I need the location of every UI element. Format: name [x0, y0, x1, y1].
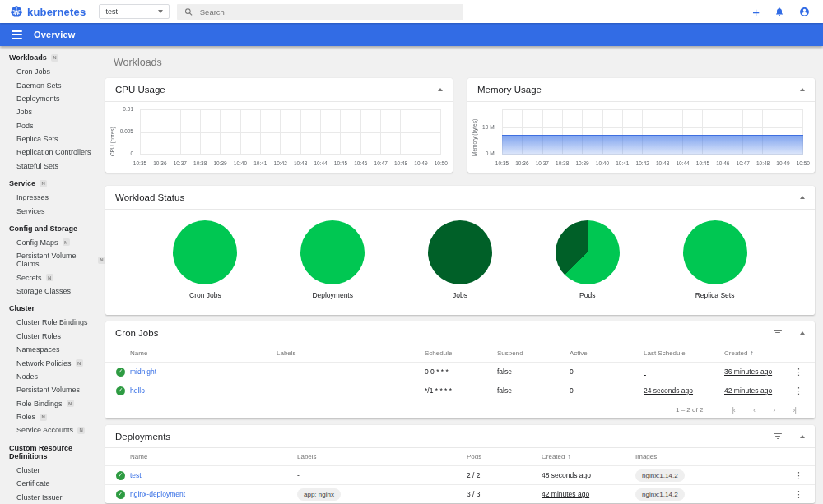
- sidebar-item-persistent-volumes[interactable]: Persistent Volumes: [0, 383, 105, 396]
- cron-jobs-title: Cron Jobs: [115, 328, 772, 338]
- search-input[interactable]: [200, 7, 457, 16]
- pagination-next-icon[interactable]: ›: [764, 405, 783, 414]
- sidebar-item-stateful-sets[interactable]: Stateful Sets: [0, 160, 105, 173]
- row-menu-button[interactable]: ⋮: [791, 386, 807, 395]
- gridline: [280, 109, 281, 155]
- filter-icon[interactable]: [772, 432, 783, 442]
- namespaced-badge: N: [46, 274, 53, 281]
- table-row: ✓midnight-0 0 * * *false0-36 minutes ago…: [105, 362, 815, 381]
- sidebar-item-replication-controllers[interactable]: Replication Controllers: [0, 146, 105, 159]
- sidebar-section-config-and-storage[interactable]: Config and Storage: [0, 218, 105, 236]
- row-menu-button[interactable]: ⋮: [791, 367, 807, 377]
- sidebar-item-namespaces[interactable]: Namespaces: [0, 343, 105, 356]
- column-header-schedule[interactable]: Schedule: [425, 349, 497, 357]
- sidebar-item-network-policies[interactable]: Network PoliciesN: [0, 356, 105, 369]
- cron-job-link[interactable]: hello: [130, 386, 145, 395]
- sidebar-item-role-bindings[interactable]: Role BindingsN: [0, 397, 105, 410]
- collapse-icon[interactable]: [800, 196, 805, 199]
- pagination-first-icon[interactable]: |‹: [723, 405, 744, 414]
- column-header-created[interactable]: Created↑: [724, 349, 785, 357]
- sidebar-item-replica-sets[interactable]: Replica Sets: [0, 132, 105, 146]
- sidebar-item-jobs[interactable]: Jobs: [0, 105, 105, 118]
- sidebar-item-cluster[interactable]: Cluster: [0, 464, 105, 477]
- gridline: [300, 109, 301, 155]
- labels-cell: -: [277, 368, 425, 376]
- sidebar-item-persistent-volume-claims[interactable]: Persistent Volume ClaimsN: [0, 249, 105, 270]
- sidebar-item-label: Ingresses: [16, 193, 49, 201]
- plot-area: [502, 109, 803, 155]
- sidebar-item-config-maps[interactable]: Config MapsN: [0, 236, 105, 249]
- row-menu-button[interactable]: ⋮: [791, 489, 807, 499]
- collapse-icon[interactable]: [438, 88, 443, 91]
- column-header-images[interactable]: Images: [635, 453, 785, 460]
- sidebar-item-pods[interactable]: Pods: [0, 119, 105, 132]
- workload-pie-deployments: Deployments: [300, 220, 365, 299]
- search-bar[interactable]: [177, 4, 463, 20]
- sidebar-item-roles[interactable]: RolesN: [0, 410, 105, 423]
- app-header: kubernetes test +: [0, 0, 823, 23]
- menu-icon[interactable]: [12, 28, 22, 41]
- filter-icon[interactable]: [772, 328, 783, 338]
- deployments-table-header: Name Labels Pods Created↑ Images: [105, 448, 815, 465]
- sidebar-item-ingresses[interactable]: Ingresses: [0, 191, 105, 204]
- create-resource-button[interactable]: +: [752, 6, 760, 18]
- deployment-link[interactable]: test: [130, 471, 142, 479]
- collapse-icon[interactable]: [800, 435, 805, 438]
- sidebar-item-storage-classes[interactable]: Storage Classes: [0, 284, 105, 298]
- sidebar-item-service-accounts[interactable]: Service AccountsN: [0, 423, 105, 437]
- column-header-name[interactable]: Name: [130, 453, 297, 460]
- sidebar-section-workloads[interactable]: WorkloadsN: [0, 47, 105, 65]
- app-logo[interactable]: kubernetes: [0, 5, 99, 18]
- sidebar-section-service[interactable]: ServiceN: [0, 173, 105, 191]
- user-account-icon[interactable]: [799, 7, 810, 17]
- column-header-last-schedule[interactable]: Last Schedule: [644, 349, 724, 357]
- namespace-selector[interactable]: test: [99, 4, 170, 19]
- y-tick: 0.01: [105, 106, 133, 112]
- sidebar-item-daemon-sets[interactable]: Daemon Sets: [0, 78, 105, 91]
- column-header-created[interactable]: Created↑: [542, 453, 635, 460]
- workload-pie-cron-jobs: Cron Jobs: [173, 220, 237, 299]
- sidebar-item-label: Cron Jobs: [16, 67, 50, 76]
- sidebar-item-deployments[interactable]: Deployments: [0, 92, 105, 105]
- namespaced-badge: N: [40, 414, 47, 421]
- row-menu-button[interactable]: ⋮: [791, 470, 807, 480]
- column-header-pods[interactable]: Pods: [467, 453, 542, 460]
- pagination-prev-icon[interactable]: ‹: [744, 405, 764, 414]
- sidebar-item-cluster-roles[interactable]: Cluster Roles: [0, 330, 105, 343]
- pagination-last-icon[interactable]: ›|: [783, 405, 805, 414]
- gridline: [320, 109, 321, 155]
- sidebar-item-cron-jobs[interactable]: Cron Jobs: [0, 65, 105, 78]
- sidebar-item-services[interactable]: Services: [0, 204, 105, 217]
- sidebar-item-nodes[interactable]: Nodes: [0, 370, 105, 383]
- sidebar-section-cluster[interactable]: Cluster: [0, 298, 105, 316]
- namespace-selected-value: test: [105, 7, 118, 16]
- notifications-bell-icon[interactable]: [774, 7, 784, 16]
- column-header-active[interactable]: Active: [570, 349, 644, 357]
- sidebar-item-secrets[interactable]: SecretsN: [0, 271, 105, 284]
- sidebar-item-label: Network Policies: [16, 359, 72, 368]
- gridline: [260, 109, 261, 155]
- cron-job-link[interactable]: midnight: [130, 368, 156, 376]
- sidebar-item-cluster-issuer[interactable]: Cluster Issuer: [0, 490, 105, 503]
- y-axis-label: Memory (bytes): [472, 109, 477, 156]
- column-header-labels[interactable]: Labels: [297, 453, 467, 460]
- header-actions: +: [752, 6, 823, 18]
- pie-chart: [683, 220, 747, 284]
- search-icon: [184, 7, 193, 16]
- main-content: Workloads CPU Usage CPU (cores) 0.01 0.0…: [105, 46, 815, 504]
- kubernetes-logo-icon: [10, 5, 23, 18]
- sidebar-item-label: Config Maps: [16, 238, 58, 247]
- sidebar-item-cluster-role-bindings[interactable]: Cluster Role Bindings: [0, 316, 105, 329]
- sidebar-item-certificate[interactable]: Certificate: [0, 477, 105, 490]
- column-header-suspend[interactable]: Suspend: [497, 349, 570, 357]
- memory-usage-card: Memory Usage Memory (bytes) 10 Mi 0 Mi 1…: [467, 78, 815, 173]
- sidebar-section-custom-resource-definitions[interactable]: Custom Resource Definitions: [0, 437, 105, 464]
- collapse-icon[interactable]: [800, 88, 805, 91]
- status-ok-icon: ✓: [116, 471, 125, 480]
- sidebar-item-label: Cluster Issuer: [16, 493, 63, 502]
- collapse-icon[interactable]: [800, 331, 805, 335]
- column-header-name[interactable]: Name: [130, 349, 277, 357]
- namespaced-badge: N: [76, 359, 83, 367]
- deployment-link[interactable]: nginx-deployment: [130, 490, 185, 498]
- column-header-labels[interactable]: Labels: [277, 349, 425, 357]
